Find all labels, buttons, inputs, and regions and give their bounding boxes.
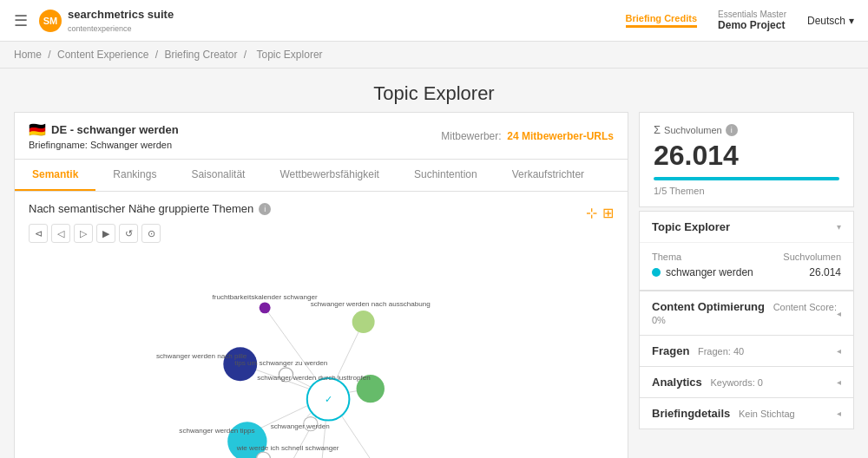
accordion-content-optimierung-title: Content Optimierung Content Score: 0% [652,300,837,326]
label-center: schwanger werden [271,422,330,430]
label-schnell: wie werde ich schnell schwanger [236,444,339,452]
te-data-row: schwanger werden 26.014 [652,264,841,281]
te-topic-label: schwanger werden [666,266,753,278]
controls: ⊲ ◁ ▷ ▶ ↺ ⊙ [29,224,614,243]
search-vol-number: 26.014 [654,140,839,172]
accordion-analytics-chevron: ◂ [837,377,841,387]
topic-keyword: DE - schwanger werden [51,123,179,136]
right-panel: Σ Suchvolumen i 26.014 1/5 Themen Topic … [639,112,854,458]
label-fruchtbar: fruchtbarkeitskalender schwanger [213,293,318,301]
back-button[interactable]: ⊲ [29,224,48,243]
te-col-suchvolumen: Suchvolumen [783,252,841,262]
topic-graph: ✓ fruchtbarkeitskalender schwanger s [29,252,614,458]
section-title-row: Nach semantischer Nähe gruppierte Themen… [29,202,614,224]
briefing-credits-label: Briefing Credits [626,13,698,23]
section-actions: ⊹ ⊞ [586,205,614,221]
language-selector[interactable]: Deutsch ▾ [807,15,854,27]
accordion-analytics-title-group: Analytics Keywords: 0 [652,376,763,389]
flag-icon: 🇩🇪 [29,121,46,138]
label-lusttropfen: schwanger werden durch lusttropfen [257,374,370,382]
search-vol-info-icon[interactable]: i [726,124,738,136]
accordion-topic-explorer-content: Thema Suchvolumen schwanger werden 26.01… [640,243,853,291]
main-layout: 🇩🇪 DE - schwanger werden Briefingname: S… [0,112,868,458]
left-panel: 🇩🇪 DE - schwanger werden Briefingname: S… [14,112,628,458]
briefingdetails-sub: Kein Stichtag [739,409,795,419]
grid-view-icon[interactable]: ⊞ [602,205,614,221]
header-left: ☰ SM searchmetrics suite contentexperien… [14,8,174,34]
breadcrumb-briefing-creator[interactable]: Briefing Creator [164,49,237,61]
menu-icon[interactable]: ☰ [14,11,28,30]
competitor-link[interactable]: 24 Mitbewerber-URLs [507,130,614,142]
topic-title: 🇩🇪 DE - schwanger werden [29,121,179,138]
search-vol-label: Σ Suchvolumen i [654,123,839,136]
logo-main: searchmetrics suite [68,8,174,21]
accordion-briefingdetails-header[interactable]: Briefingdetails Kein Stichtag ◂ [640,398,853,429]
svg-text:✓: ✓ [325,394,332,404]
accordion-fragen-chevron: ◂ [837,346,841,356]
logo-text-group: searchmetrics suite contentexperience [68,8,174,34]
breadcrumb-current: Topic Explorer [257,49,323,61]
label-pille: schwanger werden nach pille [156,352,247,360]
project-type-label: Essentials Master [718,10,786,19]
competitor-info: Mitbewerber: 24 Mitbewerber-URLs [441,130,614,142]
prev-button[interactable]: ◁ [51,224,70,243]
next-button[interactable]: ▷ [74,224,93,243]
analytics-sub: Keywords: 0 [710,377,763,388]
briefing-credits[interactable]: Briefing Credits [626,13,698,28]
section-title: Nach semantischer Nähe gruppierte Themen… [29,202,271,215]
page-title: Topic Explorer [0,82,868,105]
label-tipps: tips um schwanger zu werden [234,359,327,367]
tabs: Semantik Rankings Saisonalität Wettbewer… [15,160,628,192]
te-volume: 26.014 [809,266,841,278]
briefing-name: Briefingname: Schwanger werden [29,140,179,150]
accordion-content-optimierung: Content Optimierung Content Score: 0% ◂ [639,291,854,336]
accordion-topic-explorer-chevron: ▾ [837,222,841,232]
breadcrumb-home[interactable]: Home [14,49,42,61]
tab-suchintention[interactable]: Suchintention [397,160,495,191]
te-col-thema: Thema [652,252,681,262]
info-icon[interactable]: i [259,203,271,215]
fragen-sub: Fragen: 40 [698,346,744,357]
logo: SM searchmetrics suite contentexperience [38,8,174,34]
accordion-analytics: Analytics Keywords: 0 ◂ [639,367,854,398]
te-header-row: Thema Suchvolumen [652,250,841,264]
accordion-topic-explorer-title: Topic Explorer [652,220,730,233]
breadcrumb: Home / Content Experience / Briefing Cre… [0,42,868,69]
accordion-analytics-header[interactable]: Analytics Keywords: 0 ◂ [640,367,853,397]
accordion-briefingdetails-title-group: Briefingdetails Kein Stichtag [652,407,795,420]
te-topic: schwanger werden [652,266,753,278]
bubble-fruchtbar[interactable] [260,302,271,313]
accordion-content-optimierung-header[interactable]: Content Optimierung Content Score: 0% ◂ [640,291,853,335]
search-vol-sub: 1/5 Themen [654,186,839,196]
header: ☰ SM searchmetrics suite contentexperien… [0,0,868,42]
node-view-icon[interactable]: ⊹ [586,205,597,221]
accordion-topic-explorer: Topic Explorer ▾ Thema Suchvolumen schwa… [639,211,854,291]
reset-button[interactable]: ↺ [119,224,138,243]
chevron-down-icon: ▾ [849,15,854,27]
header-right: Briefing Credits Essentials Master Demo … [626,10,854,31]
accordion-fragen-title-group: Fragen Fragen: 40 [652,344,744,357]
language-label: Deutsch [807,15,845,27]
tab-semantik[interactable]: Semantik [15,160,95,191]
tab-verkauf[interactable]: Verkaufstrichter [495,160,602,191]
breadcrumb-content-experience[interactable]: Content Experience [57,49,148,61]
bubble-ausschabung[interactable] [352,311,375,333]
search-vol-bar [654,177,839,180]
logo-sub: contentexperience [68,24,132,33]
topic-header: 🇩🇪 DE - schwanger werden Briefingname: S… [15,113,628,160]
accordion-topic-explorer-header[interactable]: Topic Explorer ▾ [640,212,853,243]
content-area: Nach semantischer Nähe gruppierte Themen… [15,192,628,458]
te-dot [652,268,661,277]
search-volume-box: Σ Suchvolumen i 26.014 1/5 Themen [639,112,854,207]
project-selector[interactable]: Essentials Master Demo Project [718,10,786,31]
zoom-button[interactable]: ⊙ [141,224,161,243]
tab-rankings[interactable]: Rankings [95,160,174,191]
accordion-fragen-header[interactable]: Fragen Fragen: 40 ◂ [640,336,853,366]
bubble-chart: ✓ fruchtbarkeitskalender schwanger s [29,252,614,458]
project-name: Demo Project [718,19,785,31]
logo-icon: SM [38,9,62,33]
tab-wettbewerb[interactable]: Wettbewerbsfähigkeit [262,160,397,191]
forward-button[interactable]: ▶ [96,224,115,243]
tab-saisonalitaet[interactable]: Saisonalität [174,160,262,191]
label-ausschabung: schwanger werden nach ausschabung [311,300,431,308]
